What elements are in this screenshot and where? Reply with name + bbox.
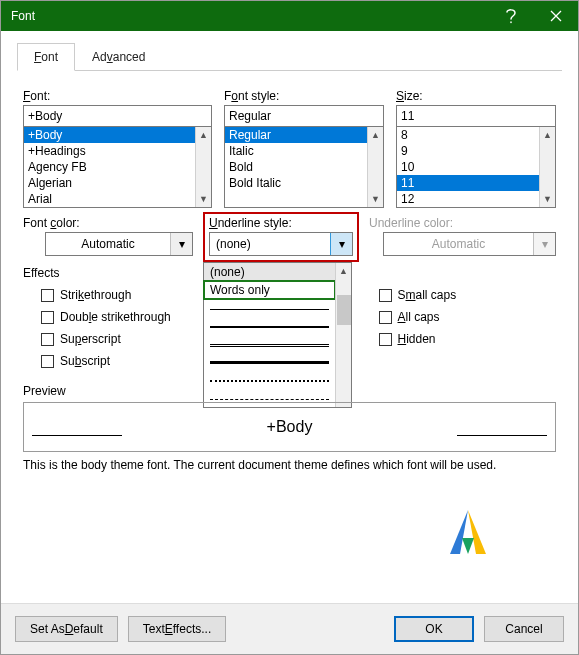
preview-text: +Body bbox=[267, 418, 313, 436]
text-effects-button[interactable]: Text Effects... bbox=[128, 616, 227, 642]
ok-button[interactable]: OK bbox=[394, 616, 474, 642]
checkbox-subscript[interactable]: Subscript bbox=[41, 354, 219, 368]
font-dialog: Font Font Advanced Font: +Body +Headings… bbox=[0, 0, 579, 655]
font-listbox[interactable]: +Body +Headings Agency FB Algerian Arial… bbox=[23, 126, 212, 208]
underlinecolor-combo: Automatic ▾ bbox=[383, 232, 556, 256]
checkbox-all-caps[interactable]: All caps bbox=[379, 310, 557, 324]
tab-advanced[interactable]: Advanced bbox=[75, 43, 162, 71]
tab-font[interactable]: Font bbox=[17, 43, 75, 71]
preview-hint: This is the body theme font. The current… bbox=[23, 458, 556, 472]
list-item[interactable]: Regular bbox=[225, 127, 367, 143]
list-item[interactable]: Bold bbox=[225, 159, 367, 175]
list-item[interactable]: +Body bbox=[24, 127, 195, 143]
list-item[interactable]: Bold Italic bbox=[225, 175, 367, 191]
size-listbox[interactable]: 8 9 10 11 12 ▲▼ bbox=[396, 126, 556, 208]
footer: Set As Default Text Effects... OK Cancel bbox=[1, 603, 578, 654]
list-item[interactable]: 10 bbox=[397, 159, 539, 175]
scrollbar[interactable]: ▲▼ bbox=[539, 127, 555, 207]
dropdown-item-underline[interactable] bbox=[204, 371, 335, 389]
list-item[interactable]: Algerian bbox=[24, 175, 195, 191]
list-item[interactable]: 11 bbox=[397, 175, 539, 191]
font-label: Font: bbox=[23, 89, 212, 103]
fontstyle-label: Font style: bbox=[224, 89, 384, 103]
underlinecolor-label: Underline color: bbox=[369, 216, 556, 230]
scrollbar[interactable]: ▲▼ bbox=[367, 127, 383, 207]
list-item[interactable]: 8 bbox=[397, 127, 539, 143]
list-item[interactable]: Agency FB bbox=[24, 159, 195, 175]
fontstyle-listbox[interactable]: Regular Italic Bold Bold Italic ▲▼ bbox=[224, 126, 384, 208]
preview-box: +Body bbox=[23, 402, 556, 452]
scrollbar[interactable]: ▲▼ bbox=[195, 127, 211, 207]
title: Font bbox=[11, 9, 488, 23]
set-default-button[interactable]: Set As Default bbox=[15, 616, 118, 642]
list-item[interactable]: 12 bbox=[397, 191, 539, 207]
checkbox-small-caps[interactable]: Small caps bbox=[379, 288, 557, 302]
watermark-logo bbox=[448, 508, 488, 559]
underlinestyle-label: Underline style: bbox=[209, 216, 353, 230]
list-item[interactable]: +Headings bbox=[24, 143, 195, 159]
help-button[interactable] bbox=[488, 1, 533, 31]
list-item[interactable]: 9 bbox=[397, 143, 539, 159]
tabs: Font Advanced bbox=[17, 43, 562, 71]
effects-label: Effects bbox=[23, 266, 556, 280]
checkbox-hidden[interactable]: Hidden bbox=[379, 332, 557, 346]
list-item[interactable]: Arial bbox=[24, 191, 195, 207]
chevron-down-icon: ▾ bbox=[330, 233, 352, 255]
checkbox-double-strikethrough[interactable]: Double strikethrough bbox=[41, 310, 219, 324]
size-label: Size: bbox=[396, 89, 556, 103]
checkbox-superscript[interactable]: Superscript bbox=[41, 332, 219, 346]
cancel-button[interactable]: Cancel bbox=[484, 616, 564, 642]
fontcolor-label: Font color: bbox=[23, 216, 193, 230]
chevron-down-icon: ▾ bbox=[533, 233, 555, 255]
checkbox-strikethrough[interactable]: Strikethrough bbox=[41, 288, 219, 302]
annotation-box: Underline style: (none) ▾ bbox=[203, 212, 359, 262]
fontcolor-combo[interactable]: Automatic ▾ bbox=[45, 232, 193, 256]
fontstyle-input[interactable] bbox=[224, 105, 384, 127]
underlinestyle-combo[interactable]: (none) ▾ bbox=[209, 232, 353, 256]
font-input[interactable] bbox=[23, 105, 212, 127]
titlebar: Font bbox=[1, 1, 578, 31]
size-input[interactable] bbox=[396, 105, 556, 127]
chevron-down-icon: ▾ bbox=[170, 233, 192, 255]
list-item[interactable]: Italic bbox=[225, 143, 367, 159]
close-button[interactable] bbox=[533, 1, 578, 31]
